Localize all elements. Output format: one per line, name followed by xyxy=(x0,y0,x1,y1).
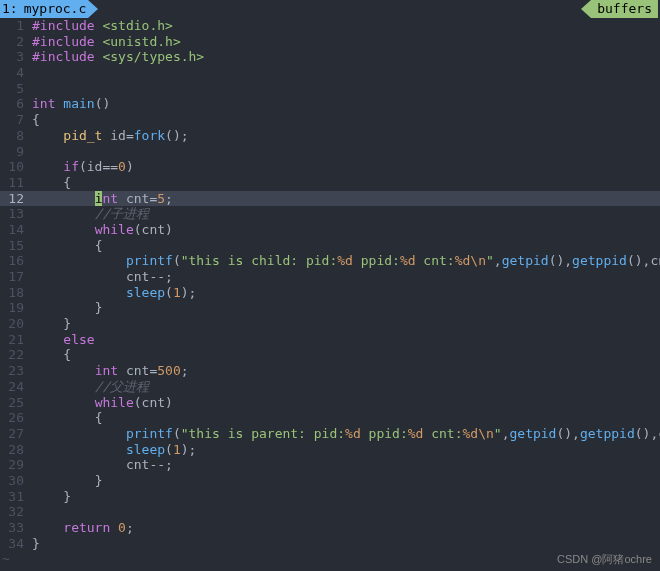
code-line[interactable]: while(cnt) xyxy=(28,395,660,411)
line-number: 9 xyxy=(0,144,28,160)
code-line[interactable]: { xyxy=(28,238,660,254)
code-line[interactable]: #include <unistd.h> xyxy=(28,34,660,50)
code-line[interactable]: if(id==0) xyxy=(28,159,660,175)
code-line[interactable]: } xyxy=(28,300,660,316)
line-number: 16 xyxy=(0,253,28,269)
line-number: 21 xyxy=(0,332,28,348)
code-line[interactable]: int cnt=500; xyxy=(28,363,660,379)
line-number: 20 xyxy=(0,316,28,332)
code-line[interactable] xyxy=(28,65,660,81)
code-line[interactable]: #include <stdio.h> xyxy=(28,18,660,34)
line-number: 13 xyxy=(0,206,28,222)
line-number: 14 xyxy=(0,222,28,238)
line-number: 23 xyxy=(0,363,28,379)
code-line[interactable]: sleep(1); xyxy=(28,442,660,458)
tab-index: 1: xyxy=(0,0,22,18)
code-line[interactable]: cnt--; xyxy=(28,457,660,473)
line-number: 29 xyxy=(0,457,28,473)
line-number: 33 xyxy=(0,520,28,536)
code-line[interactable]: { xyxy=(28,175,660,191)
code-line[interactable]: while(cnt) xyxy=(28,222,660,238)
line-number: 30 xyxy=(0,473,28,489)
code-line[interactable]: printf("this is parent: pid:%d ppid:%d c… xyxy=(28,426,660,442)
line-number: 7 xyxy=(0,112,28,128)
line-number: 2 xyxy=(0,34,28,50)
code-line[interactable]: { xyxy=(28,112,660,128)
line-number: 32 xyxy=(0,504,28,520)
line-number: 4 xyxy=(0,65,28,81)
code-line[interactable]: { xyxy=(28,347,660,363)
code-line[interactable]: pid_t id=fork(); xyxy=(28,128,660,144)
line-number: 3 xyxy=(0,49,28,65)
code-line[interactable]: return 0; xyxy=(28,520,660,536)
empty-line-tilde: ~ xyxy=(0,551,10,567)
line-number: 15 xyxy=(0,238,28,254)
line-number: 19 xyxy=(0,300,28,316)
code-line[interactable]: int main() xyxy=(28,96,660,112)
code-line[interactable]: //子进程 xyxy=(28,206,660,222)
watermark: CSDN @阿猪ochre xyxy=(557,552,652,567)
buffers-indicator[interactable]: buffers xyxy=(581,0,658,18)
code-line[interactable]: } xyxy=(28,536,660,552)
line-number: 34 xyxy=(0,536,28,552)
line-number: 25 xyxy=(0,395,28,411)
code-line[interactable]: } xyxy=(28,489,660,505)
line-number: 31 xyxy=(0,489,28,505)
code-line[interactable]: else xyxy=(28,332,660,348)
code-line[interactable] xyxy=(28,81,660,97)
code-line[interactable]: sleep(1); xyxy=(28,285,660,301)
line-number: 1 xyxy=(0,18,28,34)
line-number: 11 xyxy=(0,175,28,191)
tab-filename: myproc.c xyxy=(22,0,89,18)
line-number: 18 xyxy=(0,285,28,301)
code-line[interactable]: int cnt=5; xyxy=(28,191,660,207)
line-number: 24 xyxy=(0,379,28,395)
line-number: 8 xyxy=(0,128,28,144)
line-number: 12 xyxy=(0,191,28,207)
line-number: 17 xyxy=(0,269,28,285)
code-line[interactable] xyxy=(28,504,660,520)
code-editor[interactable]: 1#include <stdio.h> 2#include <unistd.h>… xyxy=(0,18,660,567)
code-line[interactable]: printf("this is child: pid:%d ppid:%d cn… xyxy=(28,253,660,269)
line-number: 22 xyxy=(0,347,28,363)
current-line[interactable]: 12 int cnt=5; xyxy=(0,191,660,207)
code-line[interactable]: //父进程 xyxy=(28,379,660,395)
buffers-arrow-icon xyxy=(581,0,591,18)
line-number: 26 xyxy=(0,410,28,426)
code-line[interactable]: } xyxy=(28,316,660,332)
tab-bar: 1: myproc.c buffers xyxy=(0,0,660,18)
line-number: 6 xyxy=(0,96,28,112)
line-number: 27 xyxy=(0,426,28,442)
tab-arrow-icon xyxy=(88,0,98,18)
code-line[interactable]: cnt--; xyxy=(28,269,660,285)
code-line[interactable] xyxy=(28,144,660,160)
line-number: 28 xyxy=(0,442,28,458)
code-line[interactable]: } xyxy=(28,473,660,489)
line-number: 5 xyxy=(0,81,28,97)
active-tab[interactable]: 1: myproc.c xyxy=(0,0,98,18)
line-number: 10 xyxy=(0,159,28,175)
code-line[interactable]: #include <sys/types.h> xyxy=(28,49,660,65)
code-line[interactable]: { xyxy=(28,410,660,426)
buffers-label: buffers xyxy=(591,0,658,18)
